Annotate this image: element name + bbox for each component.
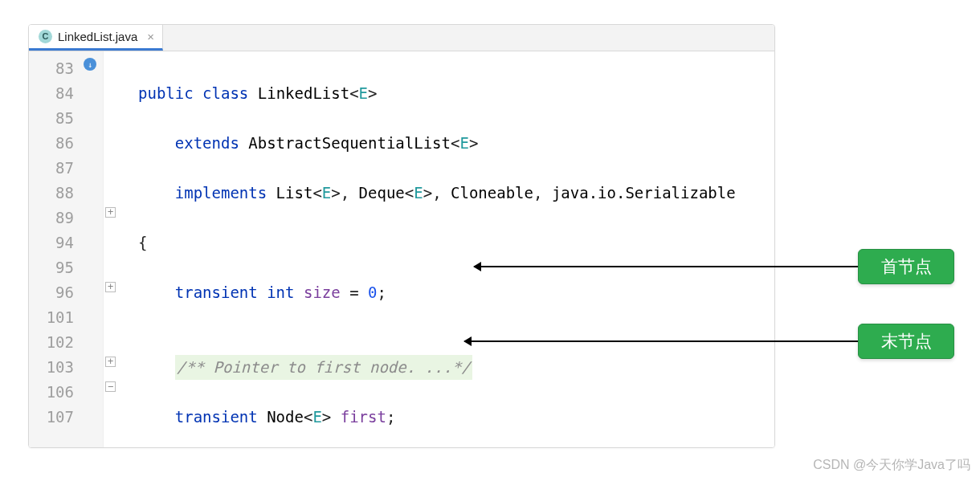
line-number: 89: [29, 206, 74, 230]
tab-bar: C LinkedList.java ×: [29, 25, 774, 51]
code-line: public class LinkedList<E>: [138, 81, 774, 106]
fold-expand-icon[interactable]: +: [105, 357, 116, 367]
arrow-to-last: [464, 340, 858, 342]
close-icon[interactable]: ×: [147, 30, 154, 43]
line-number: 106: [29, 380, 74, 405]
code-line: transient int size = 0;: [138, 280, 774, 305]
line-number: 107: [29, 405, 74, 430]
line-number: 83: [29, 56, 74, 81]
callout-first-node: 首节点: [858, 249, 954, 284]
code-line: {: [138, 230, 774, 255]
code-line: implements List<E>, Deque<E>, Cloneable,…: [138, 181, 774, 206]
class-file-icon: C: [39, 30, 52, 43]
editor-frame: C LinkedList.java × 83 84 85 86 87 88 89…: [28, 24, 775, 448]
line-number: 96: [29, 280, 74, 305]
line-number: 85: [29, 106, 74, 131]
fold-expand-icon[interactable]: +: [105, 207, 116, 218]
override-icon[interactable]: ↓: [84, 58, 96, 71]
line-number: 87: [29, 156, 74, 181]
tab-label: LinkedList.java: [58, 30, 137, 43]
line-number: 103: [29, 355, 74, 380]
code-line: /** Pointer to first node. ...*/: [138, 355, 774, 380]
code-line: transient Node<E> first;: [138, 405, 774, 430]
line-number: 86: [29, 131, 74, 156]
fold-collapse-icon[interactable]: −: [105, 381, 116, 392]
line-number: 88: [29, 181, 74, 206]
fold-column: + + + −: [103, 51, 119, 448]
line-number: 84: [29, 81, 74, 106]
line-number: 101: [29, 305, 74, 330]
file-tab[interactable]: C LinkedList.java ×: [29, 24, 163, 51]
line-number-gutter: 83 84 85 86 87 88 89 94 95 96 101 102 10…: [29, 51, 80, 448]
fold-expand-icon[interactable]: +: [105, 282, 116, 292]
arrow-to-first: [474, 266, 858, 267]
code-area[interactable]: 83 84 85 86 87 88 89 94 95 96 101 102 10…: [29, 51, 774, 448]
line-number: 95: [29, 255, 74, 280]
callout-last-node: 末节点: [858, 324, 954, 359]
watermark: CSDN @今天你学Java了吗: [813, 457, 970, 474]
line-number: 102: [29, 330, 74, 355]
line-number: 94: [29, 230, 74, 255]
gutter-icon-column: ↓: [80, 51, 103, 448]
code-body[interactable]: public class LinkedList<E> extends Abstr…: [119, 51, 774, 448]
code-line: extends AbstractSequentialList<E>: [138, 131, 774, 156]
